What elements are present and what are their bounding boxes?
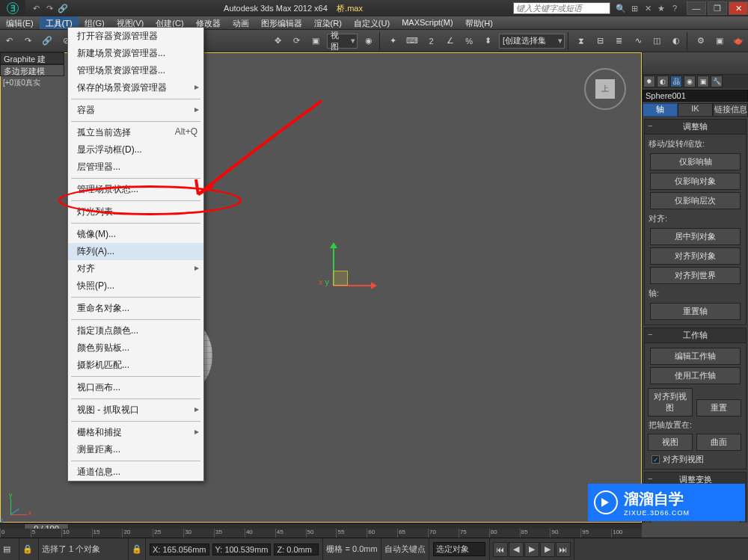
material-editor-button[interactable]: ◐ (667, 32, 684, 50)
menu-entry[interactable]: 测量距离... (68, 441, 203, 458)
graphite-title[interactable]: Graphite 建 (0, 52, 64, 64)
qat-link-icon[interactable]: 🔗 (57, 2, 69, 14)
move-button[interactable]: ✥ (269, 32, 286, 50)
prev-frame-button[interactable]: ◀ (509, 542, 524, 557)
autokey-button[interactable]: 自动关键点 (381, 538, 429, 560)
window-close-button[interactable]: ✕ (729, 1, 748, 15)
menu-item[interactable]: 帮助(H) (459, 16, 499, 29)
create-tab[interactable]: ✹ (643, 76, 655, 87)
qat-undo-icon[interactable]: ↶ (30, 2, 42, 14)
menu-item[interactable]: 图形编辑器 (255, 16, 308, 29)
menu-entry[interactable]: 孤立当前选择 (68, 124, 203, 141)
undo-button[interactable]: ↶ (1, 32, 18, 50)
render-button[interactable]: 🫖 (730, 32, 747, 50)
menu-entry[interactable]: 管理场景资源管理器... (68, 62, 203, 79)
menu-entry[interactable]: 指定顶点颜色... (68, 322, 203, 339)
goto-start-button[interactable]: ⏮ (493, 542, 508, 557)
hierarchy-tab[interactable]: 品 (670, 76, 682, 87)
time-slider[interactable]: 0 / 100 05101520253035404550556065707580… (0, 523, 642, 538)
key-filter-dropdown[interactable]: 选定对象 (433, 542, 485, 556)
modify-tab[interactable]: ◐ (657, 76, 669, 87)
graphite-tab[interactable]: 多边形建模 (0, 64, 64, 76)
menu-entry[interactable]: 新建场景资源管理器... (68, 45, 203, 62)
subtab-ik[interactable]: IK (678, 103, 713, 117)
reset-pivot-button[interactable]: 重置轴 (650, 303, 741, 320)
menu-entry[interactable]: 摄影机匹配... (68, 357, 203, 374)
keyboard-shortcut-button[interactable]: ⌨ (404, 32, 421, 50)
lock-icon[interactable]: 🔒 (129, 538, 146, 560)
affect-object-button[interactable]: 仅影响对象 (650, 173, 741, 190)
scale-button[interactable]: ▣ (307, 32, 325, 50)
menu-entry[interactable]: 容器 (68, 102, 203, 119)
ref-coord-dropdown[interactable]: 视图 (327, 34, 358, 49)
utilities-tab[interactable]: 🔧 (711, 76, 723, 87)
infocenter-exchange-icon[interactable]: ✕ (642, 2, 654, 14)
viewport-label[interactable]: [+0顶0真实 (0, 76, 64, 90)
layers-button[interactable]: ≣ (610, 32, 628, 50)
menu-entry[interactable]: 重命名对象... (68, 300, 203, 317)
place-surface-button[interactable]: 曲面 (696, 434, 741, 451)
menu-entry[interactable]: 视口画布... (68, 379, 203, 396)
named-selection-dropdown[interactable]: [创建选择集 (499, 34, 565, 49)
goto-end-button[interactable]: ⏭ (556, 542, 571, 557)
subtab-linkinfo[interactable]: 链接信息 (713, 103, 748, 117)
menu-entry[interactable]: 对齐 (68, 260, 203, 277)
app-menu[interactable]: Ǝ (0, 0, 25, 16)
rollout-head[interactable]: 调整轴 (645, 120, 746, 135)
rendered-frame-button[interactable]: ▣ (711, 32, 728, 50)
help-search-input[interactable] (513, 2, 610, 14)
infocenter-search-icon[interactable]: 🔍 (615, 2, 627, 14)
coord-z-input[interactable]: Z: 0.0mm (274, 544, 319, 556)
menu-entry[interactable]: 保存的场景资源管理器 (68, 79, 203, 96)
affect-pivot-button[interactable]: 仅影响轴 (650, 153, 741, 170)
viewcube[interactable]: 上 (584, 68, 626, 110)
gizmo-xy-plane-icon[interactable] (333, 271, 348, 286)
menu-entry[interactable]: 显示浮动框(D)... (68, 141, 203, 159)
transform-gizmo[interactable]: x y (319, 277, 329, 286)
play-button[interactable]: ▶ (524, 542, 539, 557)
render-setup-button[interactable]: ⚙ (692, 32, 709, 50)
menu-entry[interactable]: 阵列(A)... (68, 243, 203, 260)
menu-item[interactable]: 编辑(E) (0, 16, 40, 29)
mirror-button[interactable]: ⧗ (573, 32, 590, 50)
menu-entry[interactable]: 管理场景状态... (68, 181, 203, 198)
use-working-pivot-button[interactable]: 使用工作轴 (650, 367, 741, 384)
maxscript-listener-button[interactable]: ▤ (0, 538, 19, 560)
menu-entry[interactable]: 通道信息... (68, 464, 203, 481)
menu-entry[interactable]: 视图 - 抓取视口 (68, 401, 203, 419)
align-button[interactable]: ⊟ (592, 32, 609, 50)
rollout-head[interactable]: 工作轴 (645, 328, 746, 343)
menu-item[interactable]: MAXScript(M) (396, 16, 459, 29)
display-tab[interactable]: ▣ (697, 76, 709, 87)
coord-y-input[interactable]: Y: 100.539mm (212, 544, 272, 556)
menu-entry[interactable]: 颜色剪贴板... (68, 339, 203, 357)
snap-2d-button[interactable]: 2 (423, 32, 440, 50)
align-to-view-checkbox[interactable]: ✓ 对齐到视图 (647, 452, 744, 467)
menu-item[interactable]: 渲染(R) (308, 16, 348, 29)
menu-item[interactable]: 自定义(U) (348, 16, 396, 29)
viewcube-face[interactable]: 上 (595, 79, 616, 99)
spinner-snap-button[interactable]: ⬍ (479, 32, 497, 50)
menu-entry[interactable]: 层管理器... (68, 159, 203, 176)
link-button[interactable]: 🔗 (39, 32, 56, 50)
lock-selection-button[interactable]: 🔒 (19, 538, 39, 560)
pivot-center-button[interactable]: ◉ (360, 32, 377, 50)
motion-tab[interactable]: ◉ (684, 76, 696, 87)
subtab-pivot[interactable]: 轴 (643, 103, 678, 117)
align-to-view-button[interactable]: 对齐到视图 (648, 388, 692, 416)
time-ruler[interactable]: 0510152025303540455055606570758085909510… (0, 529, 642, 538)
reset-button[interactable]: 重置 (696, 399, 741, 416)
schematic-view-button[interactable]: ◫ (649, 32, 666, 50)
infocenter-help-icon[interactable]: ? (669, 2, 681, 14)
align-to-world-button[interactable]: 对齐到世界 (650, 267, 741, 284)
affect-hierarchy-button[interactable]: 仅影响层次 (650, 192, 741, 209)
infocenter-signin-icon[interactable]: ⊞ (628, 2, 640, 14)
select-manipulate-button[interactable]: ✦ (384, 32, 402, 50)
window-restore-button[interactable]: ❐ (708, 1, 727, 15)
snap-percent-button[interactable]: % (460, 32, 477, 50)
qat-redo-icon[interactable]: ↷ (43, 2, 55, 14)
curve-editor-button[interactable]: ∿ (629, 32, 646, 50)
center-to-object-button[interactable]: 居中到对象 (650, 228, 741, 245)
menu-item[interactable]: 动画 (227, 16, 255, 29)
menu-entry[interactable]: 打开容器资源管理器 (68, 28, 203, 45)
